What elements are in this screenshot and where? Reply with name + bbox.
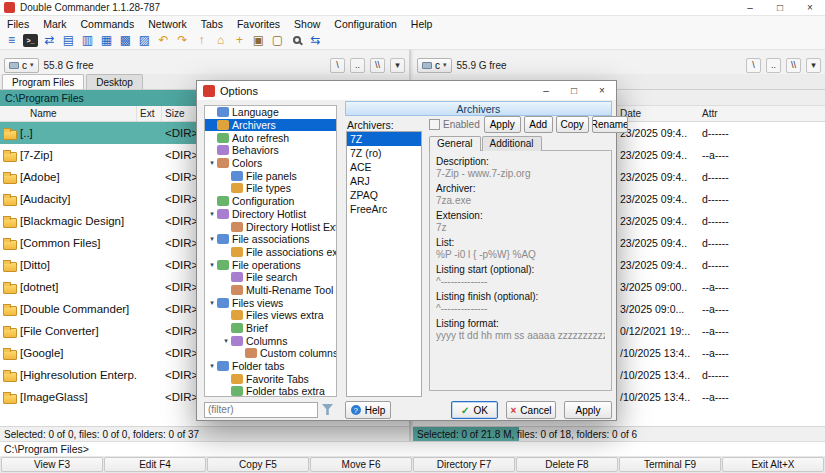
right-network-button[interactable]: \\ — [786, 58, 801, 73]
menu-network[interactable]: Network — [141, 18, 194, 30]
tree-item-folder-tabs[interactable]: ▾Folder tabs — [205, 360, 336, 373]
field-value[interactable]: 7za.exe — [436, 195, 605, 206]
menu-tabs[interactable]: Tabs — [194, 18, 230, 30]
archiver-apply-button[interactable]: Apply — [484, 116, 521, 133]
unpack-icon[interactable]: ▢ — [269, 32, 286, 48]
menu-favorites[interactable]: Favorites — [230, 18, 287, 30]
archiver-copy-button[interactable]: Copy — [556, 116, 589, 133]
pack-icon[interactable]: ▣ — [250, 32, 267, 48]
archiver-item-freearc[interactable]: FreeArc — [347, 202, 421, 216]
archiver-item-7z-ro[interactable]: 7Z (ro) — [347, 146, 421, 160]
tree-item-directory-hotlist-extra[interactable]: Directory Hotlist Extra — [205, 220, 336, 233]
tree-item-file-types[interactable]: File types — [205, 182, 336, 195]
tree-item-custom-columns[interactable]: Custom columns — [205, 347, 336, 360]
left-root-dir-button[interactable]: \ — [330, 58, 345, 73]
archiver-item-zpaq[interactable]: ZPAQ — [347, 188, 421, 202]
fkey-terminal-f9[interactable]: Terminal F9 — [619, 457, 721, 472]
column-ext[interactable]: Ext — [137, 106, 162, 121]
root-dir-icon[interactable]: ⌂ — [212, 32, 229, 48]
close-button[interactable]: × — [795, 0, 825, 15]
apply-button[interactable]: Apply — [564, 401, 612, 419]
tab-general[interactable]: General — [429, 136, 481, 151]
tree-item-multi-rename-tool[interactable]: Multi-Rename Tool — [205, 284, 336, 297]
field-value[interactable]: 7-Zip - www.7-zip.org — [436, 168, 605, 179]
minimize-button[interactable]: – — [735, 0, 765, 15]
field-value[interactable]: ^-------------- — [436, 276, 605, 287]
field-value[interactable]: yyyy tt dd hh mm ss aaaaa zzzzzzzzzzzz p… — [436, 330, 605, 341]
tree-item-behaviors[interactable]: Behaviors — [205, 144, 336, 157]
tree-item-file-associations[interactable]: ▾File associations — [205, 233, 336, 246]
full-view-icon[interactable]: ▥ — [79, 32, 96, 48]
dialog-maximize-button[interactable]: □ — [560, 81, 588, 100]
tree-item-file-associations-extra[interactable]: File associations extra — [205, 246, 336, 259]
archiver-rename-button[interactable]: Rename — [592, 116, 628, 133]
tab-desktop[interactable]: Desktop — [86, 74, 143, 89]
new-folder-icon[interactable]: + — [231, 32, 248, 48]
brief-view-icon[interactable]: ▤ — [60, 32, 77, 48]
right-drive-select[interactable]: c ▾ — [417, 58, 452, 73]
tree-item-file-operations[interactable]: ▾File operations — [205, 258, 336, 271]
tree-item-colors[interactable]: ▾Colors — [205, 157, 336, 170]
thumbnails-view-icon[interactable]: ▩ — [117, 32, 134, 48]
cancel-button[interactable]: × Cancel — [506, 401, 556, 419]
fkey-move-f6[interactable]: Move F6 — [310, 457, 412, 472]
right-root-dir-button[interactable]: \ — [746, 58, 761, 73]
tree-item-auto-refresh[interactable]: Auto refresh — [205, 131, 336, 144]
enabled-checkbox[interactable] — [429, 119, 440, 130]
tree-item-file-panels[interactable]: File panels — [205, 169, 336, 182]
sync-dirs-icon[interactable]: ⇆ — [307, 32, 324, 48]
menu-commands[interactable]: Commands — [74, 18, 142, 30]
dialog-minimize-button[interactable]: – — [532, 81, 560, 100]
right-parent-dir-button[interactable]: .. — [766, 58, 781, 73]
parent-dir-icon[interactable]: ↑ — [193, 32, 210, 48]
fkey-view-f3[interactable]: View F3 — [1, 457, 103, 472]
tab-program-files[interactable]: Program Files — [2, 74, 84, 89]
menu-help[interactable]: Help — [404, 18, 440, 30]
tree-item-directory-hotlist[interactable]: ▾Directory Hotlist — [205, 208, 336, 221]
fkey-edit-f4[interactable]: Edit F4 — [104, 457, 206, 472]
menu-show[interactable]: Show — [287, 18, 327, 30]
search-icon[interactable] — [288, 32, 305, 48]
ok-button[interactable]: ✓ OK — [451, 401, 498, 419]
menu-mark[interactable]: Mark — [36, 18, 73, 30]
column-attr[interactable]: Attr — [702, 106, 718, 121]
tree-item-columns[interactable]: ▾Columns — [205, 334, 336, 347]
menu-icon[interactable]: ≡ — [3, 32, 20, 48]
tree-item-files-views[interactable]: ▾Files views — [205, 296, 336, 309]
terminal-icon[interactable]: >_ — [23, 34, 38, 47]
right-history-dropdown[interactable]: ▾ — [806, 58, 821, 73]
back-icon[interactable]: ↶ — [155, 32, 172, 48]
field-value[interactable]: 7z — [436, 222, 605, 233]
field-value[interactable]: %P -i0 l { -p%W} %AQ — [436, 249, 605, 260]
fkey-copy-f5[interactable]: Copy F5 — [207, 457, 309, 472]
tree-item-folder-tabs-extra[interactable]: Folder tabs extra — [205, 385, 336, 397]
fkey-delete-f8[interactable]: Delete F8 — [516, 457, 618, 472]
dialog-close-button[interactable]: × — [588, 81, 616, 100]
tree-item-files-views-extra[interactable]: Files views extra — [205, 309, 336, 322]
archiver-item-ace[interactable]: ACE — [347, 160, 421, 174]
tree-item-brief[interactable]: Brief — [205, 322, 336, 335]
tree-filter-input[interactable] — [204, 402, 318, 418]
column-name[interactable]: Name — [0, 106, 137, 121]
fkey-directory-f7[interactable]: Directory F7 — [413, 457, 515, 472]
maximize-button[interactable]: □ — [765, 0, 795, 15]
left-history-dropdown[interactable]: ▾ — [390, 58, 405, 73]
tree-item-archivers[interactable]: Archivers — [205, 119, 336, 132]
archiver-item-arj[interactable]: ARJ — [347, 174, 421, 188]
field-value[interactable]: ^-------------- — [436, 303, 605, 314]
columns-view-icon[interactable]: ▦ — [98, 32, 115, 48]
left-parent-dir-button[interactable]: .. — [350, 58, 365, 73]
menu-files[interactable]: Files — [0, 18, 36, 30]
tree-item-configuration[interactable]: Configuration — [205, 195, 336, 208]
archiver-add-button[interactable]: Add — [524, 116, 553, 133]
tree-item-favorite-tabs[interactable]: Favorite Tabs — [205, 372, 336, 385]
archiver-item-7z[interactable]: 7Z — [347, 132, 421, 146]
tree-item-file-search[interactable]: File search — [205, 271, 336, 284]
command-line-input[interactable] — [91, 443, 825, 456]
menu-configuration[interactable]: Configuration — [327, 18, 403, 30]
fkey-exit-altx[interactable]: Exit Alt+X — [722, 457, 824, 472]
tab-additional[interactable]: Additional — [482, 136, 542, 151]
forward-icon[interactable]: ↷ — [174, 32, 191, 48]
help-button[interactable]: ? Help — [345, 401, 391, 419]
column-size[interactable]: Size — [162, 106, 198, 121]
